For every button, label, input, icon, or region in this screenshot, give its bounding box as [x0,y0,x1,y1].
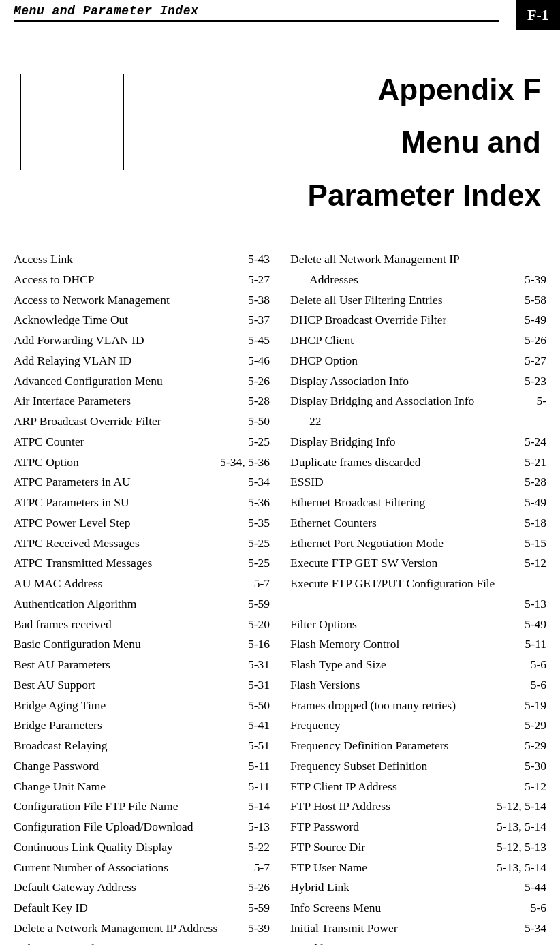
index-entry: FTP Source Dir5-12, 5-13 [290,837,546,858]
index-entry: Advanced Configuration Menu5-26 [14,371,270,392]
index-entry: Duplicate frames discarded5-21 [290,452,546,473]
index-entry: Ethernet Counters5-18 [290,513,546,533]
index-entry: Delete a User Filtering Entry5-58 [14,939,270,945]
index-entry-label: Delete a Network Management IP Address [14,918,217,939]
index-entry-label: Flash Memory Control [290,634,399,655]
index-entry-page: 5-29 [519,715,546,736]
index-entry: Authentication Algorithm5-59 [14,594,270,615]
index-entry-page: 5-23 [519,371,546,392]
index-entry: Configuration File FTP File Name5-14 [14,796,270,817]
index-entry-page: 5-31 [243,675,270,696]
index-entry-label: Bridge Parameters [14,715,102,736]
index-entry-page: 5-13, 5-14 [491,817,546,837]
index-entry-page: 5-11 [520,634,546,655]
index-entry-label: 22 [290,412,322,432]
index-entry-label: DHCP Client [290,330,354,351]
index-entry-label: Ethernet Counters [290,513,377,533]
index-entry: IP Address5-26 [290,939,546,945]
index-entry: Execute FTP GET SW Version5-12 [290,553,546,574]
index-entry-page: 5-35 [243,513,270,533]
index-entry-label: Authentication Algorithm [14,594,136,615]
index-entry: ESSID5-28 [290,472,546,493]
index-entry: ATPC Option5-34, 5-36 [14,452,270,473]
index-entry-page: 5-43 [243,249,270,270]
index-entry-page: 5-6 [525,898,546,918]
index-entry-label: Delete all User Filtering Entries [290,290,443,311]
index-entry-label: Access to Network Management [14,290,170,311]
index-entry: ATPC Parameters in AU5-34 [14,472,270,493]
index-entry-page: 5-16 [243,634,270,655]
index-entry: Default Gateway Address5-26 [14,878,270,898]
index-entry: ATPC Received Messages5-25 [14,533,270,554]
index-entry-page: 5-31 [243,655,270,675]
index-entry: Basic Configuration Menu5-16 [14,634,270,655]
index-entry-label: Access to DHCP [14,270,95,290]
title-placeholder-box [20,74,124,170]
index-entry-label: ARP Broadcast Override Filter [14,412,161,432]
index-entry-label: Frequency Subset Definition [290,756,427,777]
index-entry-page: 5-26 [243,371,270,392]
index-columns: Access Link5-43Access to DHCP5-27Access … [14,249,546,945]
index-entry-page: 5-34 [243,472,270,493]
index-entry: Flash Memory Control5-11 [290,634,546,655]
index-entry-label: Best AU Support [14,675,95,696]
index-entry-label: FTP Source Dir [290,837,365,858]
index-entry-page: 5-34, 5-36 [215,452,270,473]
index-entry-page: 5-25 [243,432,270,452]
index-entry: Continuous Link Quality Display5-22 [14,837,270,858]
index-entry-page: 5-49 [519,615,546,635]
index-entry: Filter Options5-49 [290,615,546,635]
appendix-title: Appendix F Menu and Parameter Index [124,69,546,215]
index-entry: Display Bridging Info5-24 [290,432,546,452]
index-entry: FTP Client IP Address5-12 [290,777,546,797]
index-entry: Air Interface Parameters5-28 [14,391,270,412]
index-entry-label: ATPC Parameters in AU [14,472,131,493]
index-entry-page: 5-14 [243,796,270,817]
index-entry-page: 5-21 [519,452,546,473]
index-entry-page: 5-50 [243,696,270,716]
index-entry-page: 5-6 [525,675,546,696]
index-entry-page: 5-11 [243,777,270,797]
index-column-left: Access Link5-43Access to DHCP5-27Access … [14,249,270,945]
index-entry-label: Best AU Parameters [14,655,110,675]
index-entry: Broadcast Relaying5-51 [14,736,270,756]
index-entry: ATPC Parameters in SU5-36 [14,493,270,513]
index-entry-page: 5-46 [243,351,270,371]
running-title: Menu and Parameter Index [14,4,198,18]
index-entry-label: Add Relaying VLAN ID [14,351,131,371]
index-entry-label: Add Forwarding VLAN ID [14,330,144,351]
index-entry-page: 5-13, 5-14 [491,858,546,878]
index-entry-label: Delete a User Filtering Entry [14,939,152,945]
index-entry-page: 5-15 [519,533,546,554]
index-entry-page: 5-12, 5-14 [491,796,546,817]
index-column-right: Delete all Network Management IPAddresse… [290,249,546,945]
index-entry-label: ATPC Counter [14,432,84,452]
index-entry: Best AU Parameters5-31 [14,655,270,675]
index-entry-label: Flash Type and Size [290,655,386,675]
index-entry-label: Display Bridging Info [290,432,396,452]
index-entry-label: FTP Host IP Address [290,796,390,817]
index-entry: Ethernet Port Negotiation Mode5-15 [290,533,546,554]
index-entry: ATPC Power Level Step5-35 [14,513,270,533]
index-entry-label: ESSID [290,472,324,493]
index-entry-page: 5-41 [243,715,270,736]
index-entry: Add Forwarding VLAN ID5-45 [14,330,270,351]
index-entry: Default Key ID5-59 [14,898,270,918]
index-entry-page: 5-26 [519,330,546,351]
index-entry: DHCP Client5-26 [290,330,546,351]
index-entry: 22 [290,412,546,432]
index-entry-page: 5-34 [519,918,546,939]
index-entry-label: Change Password [14,756,99,777]
index-entry-label: Display Association Info [290,371,409,392]
index-entry-label: Change Unit Name [14,777,106,797]
index-entry-page: 5-12, 5-13 [491,837,546,858]
index-entry-label: DHCP Broadcast Override Filter [290,310,446,330]
index-entry-label: Display Bridging and Association Info [290,391,474,412]
index-entry-page: 5-45 [243,330,270,351]
index-entry: Flash Versions5-6 [290,675,546,696]
index-entry-page: 5-12 [519,777,546,797]
index-entry-page: 5-50 [243,412,270,432]
index-entry-page: 5-39 [243,918,270,939]
index-entry-label: Ethernet Broadcast Filtering [290,493,425,513]
index-entry-page: 5-24 [519,432,546,452]
